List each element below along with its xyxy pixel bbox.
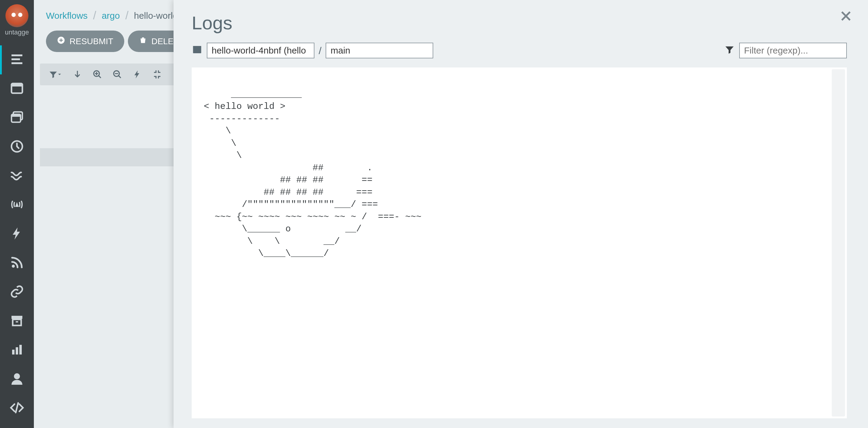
close-button[interactable] [839,9,853,24]
sidebar-item-archive[interactable] [0,307,34,336]
zoom-in-icon[interactable] [93,69,102,79]
code-icon [10,400,24,416]
windows-stack-icon [10,110,24,126]
svg-rect-2 [11,62,22,64]
filter-input[interactable] [739,43,847,58]
breadcrumb-workflows[interactable]: Workflows [46,10,88,21]
clock-icon [10,139,24,155]
scrollbar[interactable] [832,69,845,417]
close-icon [839,19,853,24]
sidebar: untagge [0,0,34,428]
sidebar-item-feed[interactable] [0,249,34,278]
svg-point-16 [14,373,20,379]
svg-rect-4 [11,84,22,87]
svg-rect-0 [11,55,22,56]
bars-staggered-icon [10,52,24,68]
antenna-icon [10,197,24,213]
filter-icon [724,44,735,57]
log-output: _____________ < hello world > ----------… [192,67,847,418]
separator: / [319,45,321,57]
compress-icon[interactable] [152,69,162,79]
pod-select[interactable] [207,43,314,58]
sidebar-item-reports[interactable] [0,336,34,365]
user-icon [10,371,24,387]
svg-rect-10 [11,316,22,319]
sidebar-item-cron[interactable] [0,132,34,161]
svg-rect-21 [193,46,202,48]
sidebar-item-events[interactable] [0,220,34,249]
flow-icon [10,168,24,184]
sidebar-item-sensors[interactable] [0,190,34,220]
sidebar-item-flow[interactable] [0,161,34,190]
arrow-down-icon[interactable] [72,69,82,79]
logs-panel: Logs / _____________ < hello world > ---… [174,0,868,428]
version-label: untagge [5,28,29,36]
svg-point-9 [12,265,15,268]
breadcrumb-sep-icon: / [125,9,128,22]
panel-controls: / [192,43,847,58]
filter-dropdown-icon[interactable] [49,69,62,79]
log-content: _____________ < hello world > ----------… [204,89,422,259]
sidebar-item-links[interactable] [0,278,34,307]
sidebar-item-stacked[interactable] [0,103,34,132]
plus-circle-icon [57,36,65,47]
archive-icon [10,313,24,329]
sidebar-item-timeline[interactable] [0,45,34,74]
sidebar-item-templates[interactable] [0,74,34,103]
window-icon [10,81,24,97]
svg-rect-1 [11,58,20,60]
breadcrumb-namespace[interactable]: argo [101,10,120,21]
panel-title: Logs [192,12,847,34]
box-icon [192,44,203,57]
chart-bar-icon [10,342,24,358]
resubmit-button[interactable]: RESUBMIT [46,31,124,52]
svg-rect-20 [193,47,202,53]
sidebar-item-api[interactable] [0,394,34,423]
container-select[interactable] [326,43,433,58]
link-icon [10,284,24,300]
sidebar-item-user[interactable] [0,365,34,394]
svg-rect-12 [16,321,18,323]
zoom-out-icon[interactable] [113,69,122,79]
argo-logo [5,4,28,27]
svg-rect-15 [19,345,22,355]
svg-rect-7 [11,114,21,117]
svg-rect-13 [12,350,14,355]
rss-icon [10,255,24,271]
trash-icon [139,36,147,47]
bolt-icon [10,226,24,242]
svg-rect-14 [16,347,18,355]
bolt-icon[interactable] [132,69,142,79]
breadcrumb-sep-icon: / [93,9,96,22]
resubmit-label: RESUBMIT [69,37,113,46]
